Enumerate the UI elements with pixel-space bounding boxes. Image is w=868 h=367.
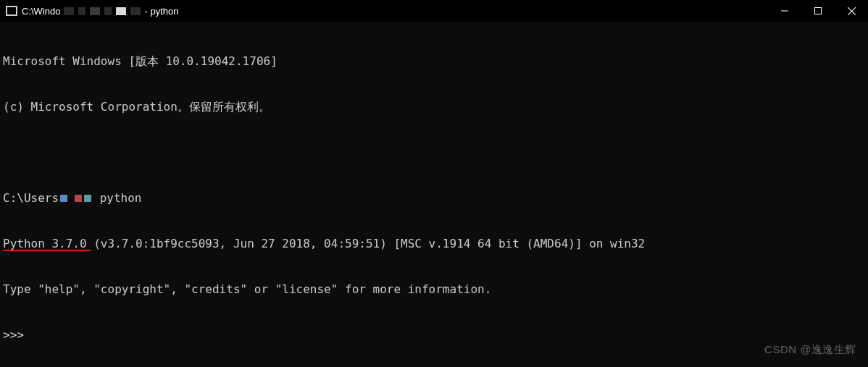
close-button[interactable]	[835, 0, 868, 22]
redacted-block	[116, 7, 126, 15]
repl-prompt: >>>	[3, 327, 865, 342]
redacted-block	[90, 7, 100, 15]
maximize-button[interactable]	[801, 0, 835, 22]
prompt-path-prefix: C:\Users	[3, 190, 59, 206]
title-suffix: - python	[144, 6, 178, 17]
command-prompt-line: C:\Users python	[3, 190, 865, 206]
window-titlebar: C:\Windo - python	[0, 0, 868, 22]
title-prefix: C:\Windo	[22, 6, 60, 17]
window-controls	[768, 0, 868, 22]
os-version-line: Microsoft Windows [版本 10.0.19042.1706]	[3, 54, 865, 69]
cmd-icon	[6, 6, 17, 16]
python-banner-line: Python 3.7.0 (v3.7.0:1bf9cc5093, Jun 27 …	[3, 236, 865, 251]
blank-line	[3, 145, 865, 160]
svg-rect-1	[815, 8, 822, 14]
csdn-watermark: CSDN @逸逸生辉	[764, 343, 856, 357]
minimize-button[interactable]	[768, 0, 801, 22]
redacted-block	[104, 7, 112, 15]
window-title: C:\Windo - python	[22, 6, 178, 17]
redacted-block	[78, 7, 85, 15]
python-build-info: (v3.7.0:1bf9cc5093, Jun 27 2018, 04:59:5…	[87, 237, 646, 250]
redacted-block	[130, 7, 141, 15]
python-help-line: Type "help", "copyright", "credits" or "…	[3, 282, 865, 297]
redacted-username	[59, 195, 93, 202]
terminal-output[interactable]: Microsoft Windows [版本 10.0.19042.1706] (…	[0, 22, 868, 359]
python-version-highlighted: Python 3.7.0	[3, 237, 87, 250]
titlebar-left: C:\Windo - python	[6, 6, 178, 17]
command-entered: python	[93, 190, 141, 206]
redacted-block	[64, 7, 74, 15]
copyright-line: (c) Microsoft Corporation。保留所有权利。	[3, 99, 865, 114]
